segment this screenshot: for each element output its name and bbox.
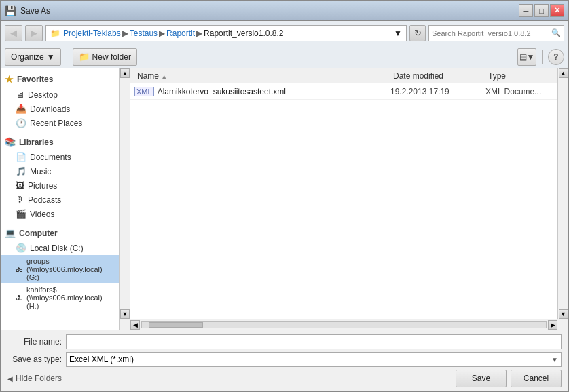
savetype-label: Save as type: — [7, 355, 62, 364]
address-bar: ◀ ▶ 📁 Projekti-Teklabs ▶ Testaus ▶ Rapor… — [1, 21, 568, 45]
crumb-arrow-2: ▶ — [159, 28, 165, 38]
sidebar-item-recent-places[interactable]: 🕐 Recent Places — [1, 116, 119, 130]
right-area: ▲ ▼ Name ▲ Date modified — [120, 68, 568, 330]
file-area: ▲ ▼ Name ▲ Date modified — [120, 68, 568, 319]
col-date-label: Date modified — [393, 71, 443, 81]
file-item-0[interactable]: XML Alamikkotervo_sukusiitosasteet.xml 1… — [130, 83, 557, 100]
back-button[interactable]: ◀ — [5, 25, 22, 41]
address-path[interactable]: 📁 Projekti-Teklabs ▶ Testaus ▶ Raportit … — [45, 25, 407, 41]
sidebar-item-podcasts[interactable]: 🎙 Podcasts — [1, 193, 119, 207]
address-path-icon: 📁 — [50, 28, 60, 38]
sidebar-item-pictures[interactable]: 🖼 Pictures — [1, 178, 119, 193]
title-bar: 💾 Save As ─ □ ✕ — [1, 1, 568, 21]
file-type-0: XML Docume... — [485, 87, 553, 96]
sidebar-item-h-drive[interactable]: 🖧 kahlfors$ (\\mloys006.mloy.local) (H:) — [1, 283, 119, 312]
favorites-section-header[interactable]: ★ Favorites — [1, 71, 119, 87]
col-header-date[interactable]: Date modified — [390, 71, 485, 81]
scroll-up-left[interactable]: ▲ — [120, 68, 130, 78]
libraries-icon: 📚 — [5, 137, 16, 147]
toolbar-separator — [67, 50, 67, 64]
scroll-down-right[interactable]: ▼ — [559, 309, 568, 319]
new-folder-label: New folder — [92, 52, 131, 62]
toolbar: Organize ▼ 📁 New folder ▤ ▼ ? — [1, 45, 568, 68]
address-crumb-3[interactable]: Raportit — [166, 28, 195, 38]
view-icon: ▤ — [519, 52, 527, 62]
minimize-button[interactable]: ─ — [519, 4, 533, 17]
toolbar-separator-2 — [542, 50, 543, 64]
sidebar-item-desktop[interactable]: 🖥 Desktop — [1, 87, 119, 102]
maximize-button[interactable]: □ — [534, 4, 549, 17]
hide-folders-label: Hide Folders — [16, 374, 62, 383]
local-disk-label: Local Disk (C:) — [30, 243, 84, 253]
col-header-name[interactable]: Name ▲ — [134, 71, 390, 81]
computer-label: Computer — [19, 229, 58, 238]
savetype-value: Excel XML (*.xml) — [69, 355, 134, 364]
sidebar-item-downloads[interactable]: 📥 Downloads — [1, 102, 119, 116]
videos-label: Videos — [30, 210, 54, 219]
sidebar-item-music[interactable]: 🎵 Music — [1, 164, 119, 178]
scroll-down-left[interactable]: ▼ — [120, 309, 130, 319]
close-button[interactable]: ✕ — [550, 4, 564, 17]
col-name-label: Name — [137, 71, 159, 81]
organize-label: Organize — [11, 52, 44, 62]
hscroll-thumb[interactable] — [149, 322, 203, 328]
hscroll-area: ◀ ▶ — [120, 319, 568, 330]
scroll-right-btn[interactable]: ▶ — [548, 320, 557, 330]
libraries-section-header[interactable]: 📚 Libraries — [1, 134, 119, 150]
right-vscroll: ▲ ▼ — [557, 68, 568, 319]
organize-button[interactable]: Organize ▼ — [5, 48, 61, 66]
filename-input[interactable] — [66, 334, 562, 349]
desktop-icon: 🖥 — [16, 90, 24, 100]
downloads-label: Downloads — [30, 104, 70, 114]
dialog-icon: 💾 — [5, 5, 16, 16]
view-arrow: ▼ — [527, 52, 535, 62]
file-list-header: Name ▲ Date modified Type — [130, 68, 557, 83]
computer-section-header[interactable]: 💻 Computer — [1, 225, 119, 241]
crumb-arrow-1: ▶ — [122, 28, 128, 38]
savetype-dropdown[interactable]: Excel XML (*.xml) ▼ — [66, 352, 562, 367]
crumb-arrow-3: ▶ — [196, 28, 202, 38]
new-folder-icon: 📁 — [79, 52, 90, 62]
sidebar-item-documents[interactable]: 📄 Documents — [1, 150, 119, 164]
new-folder-button[interactable]: 📁 New folder — [73, 48, 137, 66]
left-panel: ★ Favorites 🖥 Desktop 📥 Downloads 🕐 Rece… — [1, 68, 120, 330]
savetype-arrow: ▼ — [551, 356, 558, 364]
view-button[interactable]: ▤ ▼ — [517, 48, 536, 66]
favorites-label: Favorites — [17, 75, 53, 84]
forward-button[interactable]: ▶ — [25, 25, 43, 41]
address-crumb-2[interactable]: Testaus — [130, 28, 158, 38]
save-button[interactable]: Save — [456, 370, 507, 387]
hide-folders-button[interactable]: ◀ Hide Folders — [7, 374, 62, 383]
save-as-dialog: 💾 Save As ─ □ ✕ ◀ ▶ 📁 Projekti-Teklabs ▶… — [0, 0, 569, 392]
pictures-label: Pictures — [28, 181, 57, 191]
filename-row: File name: — [7, 334, 562, 349]
videos-icon: 🎬 — [16, 209, 26, 219]
address-crumb-4: Raportit_versio1.0.8.2 — [204, 28, 283, 38]
bottom-area: File name: Save as type: Excel XML (*.xm… — [1, 330, 568, 391]
sidebar-item-local-disk[interactable]: 💿 Local Disk (C:) — [1, 241, 119, 255]
local-disk-icon: 💿 — [16, 243, 26, 253]
scroll-left-btn[interactable]: ◀ — [130, 320, 140, 330]
h-drive-label: kahlfors$ (\\mloys006.mloy.local) (H:) — [26, 286, 113, 310]
sidebar-item-videos[interactable]: 🎬 Videos — [1, 207, 119, 221]
left-vscroll: ▲ ▼ — [120, 68, 130, 319]
sidebar-item-g-drive[interactable]: 🖧 groups (\\mloys006.mloy.local) (G:) — [1, 255, 119, 283]
help-button[interactable]: ? — [548, 49, 564, 65]
path-dropdown-arrow[interactable]: ▼ — [394, 28, 402, 38]
cancel-button[interactable]: Cancel — [511, 370, 562, 387]
address-crumb-1[interactable]: Projekti-Teklabs — [63, 28, 121, 38]
filename-label: File name: — [7, 337, 62, 347]
desktop-label: Desktop — [28, 90, 58, 100]
search-input[interactable] — [432, 29, 551, 37]
libraries-label: Libraries — [19, 138, 54, 147]
col-header-type[interactable]: Type — [485, 71, 553, 81]
music-label: Music — [30, 167, 51, 176]
refresh-button[interactable]: ↻ — [409, 25, 426, 41]
g-drive-icon: 🖧 — [16, 265, 23, 273]
search-box: 🔍 — [428, 25, 564, 41]
file-date-0: 19.2.2013 17:19 — [390, 87, 485, 96]
main-content: ★ Favorites 🖥 Desktop 📥 Downloads 🕐 Rece… — [1, 68, 568, 330]
scroll-up-right[interactable]: ▲ — [559, 68, 568, 78]
action-row: ◀ Hide Folders Save Cancel — [7, 370, 562, 387]
file-name-0: Alamikkotervo_sukusiitosasteet.xml — [158, 87, 390, 96]
